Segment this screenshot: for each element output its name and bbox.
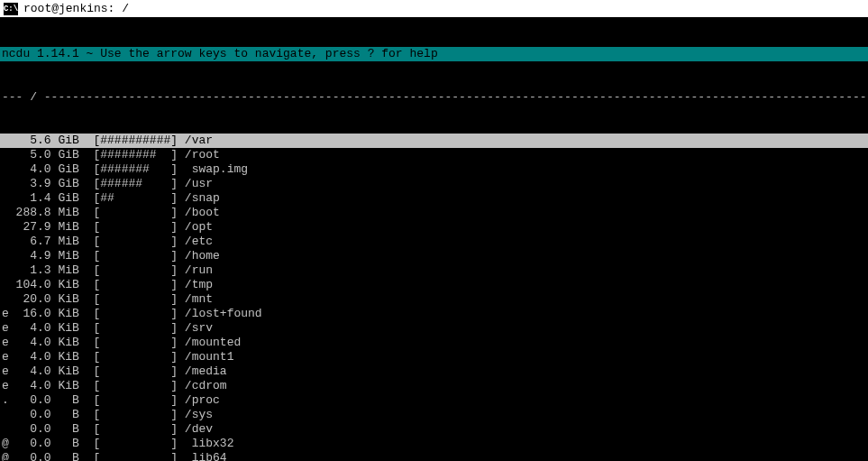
list-item[interactable]: 5.6 GiB [##########] /var <box>0 134 868 148</box>
row-bar: [######## ] <box>93 148 178 162</box>
list-item[interactable]: 288.8 MiB [ ] /boot <box>0 206 868 220</box>
row-prefix <box>2 422 9 437</box>
row-unit: B <box>58 437 86 451</box>
list-item[interactable]: @0.0 B [ ] libx32 <box>0 437 868 451</box>
terminal-icon: C:\ <box>4 3 18 15</box>
row-size: 0.0 <box>9 451 51 461</box>
list-item[interactable]: 5.0 GiB [######## ] /root <box>0 148 868 162</box>
row-prefix: e <box>2 350 9 364</box>
row-size: 288.8 <box>9 206 51 220</box>
list-item[interactable]: e4.0 KiB [ ] /mounted <box>0 336 868 350</box>
row-unit: KiB <box>58 307 86 321</box>
row-prefix: e <box>2 307 9 321</box>
row-unit: MiB <box>58 220 86 235</box>
row-name: /run <box>185 263 213 278</box>
row-name: swap.img <box>185 162 248 177</box>
row-bar: [ ] <box>93 235 178 249</box>
row-unit: GiB <box>58 134 86 148</box>
row-name: /root <box>185 148 220 162</box>
list-item[interactable]: 6.7 MiB [ ] /etc <box>0 235 868 249</box>
row-size: 0.0 <box>9 393 51 408</box>
row-bar: [ ] <box>93 393 178 408</box>
row-name: libx32 <box>185 437 234 451</box>
row-size: 4.0 <box>9 162 51 177</box>
row-prefix <box>2 206 9 220</box>
row-name: /mount1 <box>185 350 234 364</box>
row-name: /mounted <box>185 336 241 350</box>
list-item[interactable]: 0.0 B [ ] /dev <box>0 422 868 437</box>
row-bar: [ ] <box>93 307 178 321</box>
ncdu-header: ncdu 1.14.1 ~ Use the arrow keys to navi… <box>0 47 868 61</box>
row-unit: MiB <box>58 249 86 263</box>
row-bar: [ ] <box>93 321 178 336</box>
row-unit: KiB <box>58 292 86 307</box>
row-size: 6.7 <box>9 235 51 249</box>
row-name: /proc <box>185 393 220 408</box>
row-bar: [## ] <box>93 191 178 206</box>
row-prefix: e <box>2 379 9 393</box>
row-prefix <box>2 220 9 235</box>
row-prefix <box>2 134 9 148</box>
list-item[interactable]: e4.0 KiB [ ] /srv <box>0 321 868 336</box>
row-size: 0.0 <box>9 408 51 422</box>
row-name: /opt <box>185 220 213 235</box>
row-name: /cdrom <box>185 379 227 393</box>
row-size: 27.9 <box>9 220 51 235</box>
row-prefix <box>2 162 9 177</box>
row-size: 5.6 <box>9 134 51 148</box>
list-item[interactable]: 4.0 GiB [####### ] swap.img <box>0 162 868 177</box>
row-prefix <box>2 263 9 278</box>
list-item[interactable]: .0.0 B [ ] /proc <box>0 393 868 408</box>
row-size: 3.9 <box>9 177 51 191</box>
row-unit: KiB <box>58 364 86 379</box>
file-list[interactable]: 5.6 GiB [##########] /var 5.0 GiB [#####… <box>0 134 868 461</box>
row-unit: GiB <box>58 148 86 162</box>
row-name: /boot <box>185 206 220 220</box>
row-name: /sys <box>185 408 213 422</box>
list-item[interactable]: 27.9 MiB [ ] /opt <box>0 220 868 235</box>
list-item[interactable]: 104.0 KiB [ ] /tmp <box>0 278 868 292</box>
row-name: /mnt <box>185 292 213 307</box>
row-bar: [ ] <box>93 336 178 350</box>
list-item[interactable]: e4.0 KiB [ ] /cdrom <box>0 379 868 393</box>
list-item[interactable]: 4.9 MiB [ ] /home <box>0 249 868 263</box>
row-bar: [ ] <box>93 364 178 379</box>
row-name: /srv <box>185 321 213 336</box>
row-unit: KiB <box>58 379 86 393</box>
row-prefix: @ <box>2 451 9 461</box>
row-unit: B <box>58 393 86 408</box>
list-item[interactable]: 0.0 B [ ] /sys <box>0 408 868 422</box>
list-item[interactable]: @0.0 B [ ] lib64 <box>0 451 868 461</box>
row-size: 0.0 <box>9 437 51 451</box>
row-unit: KiB <box>58 336 86 350</box>
row-bar: [##########] <box>93 134 178 148</box>
row-name: /lost+found <box>185 307 262 321</box>
row-prefix: . <box>2 393 9 408</box>
row-unit: B <box>58 451 86 461</box>
list-item[interactable]: e4.0 KiB [ ] /media <box>0 364 868 379</box>
row-name: /usr <box>185 177 213 191</box>
list-item[interactable]: 1.4 GiB [## ] /snap <box>0 191 868 206</box>
row-unit: GiB <box>58 177 86 191</box>
list-item[interactable]: 1.3 MiB [ ] /run <box>0 263 868 278</box>
row-size: 4.0 <box>9 379 51 393</box>
row-bar: [ ] <box>93 422 178 437</box>
row-size: 4.0 <box>9 321 51 336</box>
row-size: 104.0 <box>9 278 51 292</box>
row-unit: B <box>58 408 86 422</box>
row-prefix <box>2 148 9 162</box>
row-prefix <box>2 177 9 191</box>
row-prefix <box>2 249 9 263</box>
list-item[interactable]: e4.0 KiB [ ] /mount1 <box>0 350 868 364</box>
row-name: /dev <box>185 422 213 437</box>
row-size: 4.0 <box>9 350 51 364</box>
terminal-content[interactable]: ncdu 1.14.1 ~ Use the arrow keys to navi… <box>0 18 868 461</box>
window-titlebar[interactable]: C:\ root@jenkins: / <box>0 0 868 18</box>
row-unit: GiB <box>58 191 86 206</box>
row-name: /home <box>185 249 220 263</box>
row-prefix: e <box>2 364 9 379</box>
list-item[interactable]: 20.0 KiB [ ] /mnt <box>0 292 868 307</box>
list-item[interactable]: e16.0 KiB [ ] /lost+found <box>0 307 868 321</box>
row-name: /etc <box>185 235 213 249</box>
list-item[interactable]: 3.9 GiB [###### ] /usr <box>0 177 868 191</box>
